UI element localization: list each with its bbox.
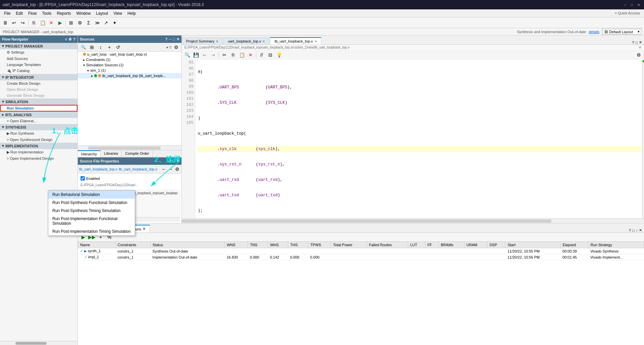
fn-icon1[interactable]: ≡ [65, 37, 67, 42]
ed-tab-close-tb[interactable]: ✕ [314, 40, 317, 43]
src-minimize[interactable]: ─ [169, 37, 172, 42]
nav-item-add-sources[interactable]: Add Sources [0, 56, 77, 62]
table-row[interactable]: ✓ impl_1 constrs_1 Implementation Out-of… [78, 254, 644, 260]
ed-tab-close-summary[interactable]: ✕ [216, 40, 218, 43]
menu-file[interactable]: File [1, 10, 13, 16]
minimize-button[interactable]: ─ [623, 2, 628, 7]
sfp-forward[interactable]: → [168, 165, 173, 173]
nav-item-create-block-design[interactable]: Create Block Design [0, 80, 77, 86]
src-help[interactable]: ? [165, 37, 168, 42]
editor-tab-tb-uart-top[interactable]: tb_uart_loopback_top.v ✕ [270, 37, 321, 45]
nav-item-run-simulation[interactable]: Run Simulation [0, 105, 77, 112]
sources-filter[interactable]: ⊞ [88, 43, 96, 51]
sfp-back[interactable]: ← [161, 165, 167, 173]
ed-cut[interactable]: ✂ [220, 51, 228, 59]
redo-button[interactable]: ↪ [19, 19, 27, 27]
ed-settings[interactable]: ⚙ [635, 51, 643, 59]
btm-help[interactable]: ? [629, 228, 631, 232]
sfp-close[interactable]: ✕ [176, 159, 179, 163]
ed-back[interactable]: ← [201, 51, 209, 59]
btm-undock[interactable]: □ [632, 228, 635, 232]
run-button[interactable]: ▶ [56, 19, 64, 27]
maximize-button[interactable]: □ [629, 2, 635, 7]
sim-menu-item-post-synth-func[interactable]: Run Post-Synthesis Functional Simulation [48, 199, 135, 207]
nav-item-run-synthesis[interactable]: ▶ Run Synthesis [0, 130, 77, 137]
table-row[interactable]: ✓ ▶ synth_1 constrs_1 Synthesis Out-of-d… [78, 248, 644, 254]
nav-item-generate-block-design[interactable]: Generate Block Design [0, 92, 77, 98]
ed-forward[interactable]: → [209, 51, 217, 59]
sources-tab-compile-order[interactable]: Compile Order [122, 150, 153, 157]
nav-item-ip-catalog[interactable]: 🔌 IP Catalog [0, 68, 77, 74]
nav-section-simulation[interactable]: ▾ SIMULATION [0, 98, 77, 105]
details-link[interactable]: details [589, 30, 599, 34]
sim-menu-item-behavioral[interactable]: Run Behavioral Simulation [48, 191, 135, 199]
sfp-enabled-checkbox[interactable] [80, 176, 85, 181]
menu-view[interactable]: View [111, 10, 125, 16]
sim-menu-item-post-impl-timing[interactable]: Run Post-Implementation Timing Simulatio… [48, 227, 135, 235]
editor-undock[interactable]: □ [635, 41, 638, 45]
nav-item-open-elaborated[interactable]: > Open Elaborat... [0, 118, 77, 124]
editor-tab-project-summary[interactable]: Project Summary ✕ [182, 38, 223, 45]
copy-button[interactable]: ⎘ [30, 19, 38, 27]
sources-add[interactable]: + [105, 43, 113, 51]
btm-close[interactable]: ✕ [639, 228, 642, 232]
nav-section-synthesis[interactable]: ▾ SYNTHESIS [0, 124, 77, 130]
menu-help[interactable]: Help [125, 10, 139, 16]
menu-flow[interactable]: Flow [25, 10, 39, 16]
undo-button[interactable]: ↩ [10, 19, 18, 27]
close-button[interactable]: ✕ [636, 2, 641, 7]
sources-sort[interactable]: ↕ [97, 43, 105, 51]
nav-section-ip-integrator[interactable]: ▾ IP INTEGRATOR [0, 74, 77, 80]
menu-tools[interactable]: Tools [39, 10, 54, 16]
nav-section-rtl-analysis[interactable]: ▸ RTL ANALYSIS [0, 112, 77, 118]
nav-item-open-block-design[interactable]: Open Block Design [0, 86, 77, 92]
sources-tab-hierarchy[interactable]: Hierarchy [78, 150, 101, 157]
nav-item-language-templates[interactable]: Language Templates [0, 62, 77, 68]
bottom-tab-design-runs-close[interactable]: ✕ [143, 227, 146, 231]
ed-tab-close-uart-top[interactable]: ✕ [262, 40, 265, 43]
menu-layout[interactable]: Layout [93, 10, 111, 16]
code-area[interactable]: 95 96 97 98 99 100 101 102 103 104 105 [182, 60, 644, 218]
ed-save[interactable]: 💾 [192, 51, 200, 59]
sources-item-constraints[interactable]: ▸ Constraints (1) [78, 57, 181, 62]
fn-icon3[interactable]: ? [73, 37, 75, 42]
sources-tab-libraries[interactable]: Libraries [101, 150, 122, 157]
paste-button[interactable]: 📋 [39, 19, 47, 27]
editor-help[interactable]: ? [632, 41, 634, 45]
editor-path-close[interactable]: ✕ [639, 46, 641, 49]
menu-edit[interactable]: Edit [13, 10, 25, 16]
ed-copy[interactable]: ⎘ [229, 51, 237, 59]
sum-button[interactable]: Σ [85, 19, 93, 27]
sim-menu-item-post-synth-timing[interactable]: Run Post-Synthesis Timing Simulation [48, 207, 135, 215]
editor-tab-uart-top[interactable]: uart_loopback_top.v ✕ [223, 38, 269, 45]
flow-btn1[interactable]: ≫ [93, 19, 101, 27]
nav-item-settings[interactable]: ⚙ Settings [0, 49, 77, 56]
settings-button[interactable]: ⚙ [76, 19, 84, 27]
nav-item-open-implemented[interactable]: > Open Implemented Design [0, 155, 77, 161]
menu-reports[interactable]: Reports [54, 10, 73, 16]
src-close[interactable]: ✕ [176, 37, 179, 42]
nav-item-open-synthesized[interactable]: > Open Synthesized Design [0, 137, 77, 143]
ed-paste[interactable]: 📋 [238, 51, 246, 59]
nav-section-implementation[interactable]: ▾ IMPLEMENTATION [0, 143, 77, 149]
sources-item-tb[interactable]: ▸ tb_uart_loopback_top (tb_uart_loopb... [78, 73, 181, 78]
ed-info[interactable]: 💡 [275, 51, 283, 59]
fn-icon2[interactable]: ⚙ [68, 37, 72, 42]
code-content[interactable]: #( .UART_BPS (UART_BPS), .SYS_CLK (SYS_C… [195, 60, 644, 218]
sfp-help[interactable]: ? [169, 159, 171, 163]
ed-search[interactable]: 🔍 [183, 51, 191, 59]
sim-menu-item-post-impl-func[interactable]: Run Post-Implementation Functional Simul… [48, 215, 135, 227]
ed-comment[interactable]: // [258, 51, 266, 59]
nav-section-project-manager[interactable]: ▾ PROJECT MANAGER [0, 43, 77, 49]
sources-search[interactable]: 🔍 [79, 43, 87, 51]
btm-maximize[interactable]: ↑ [636, 228, 638, 232]
src-maximize[interactable]: □ [173, 37, 175, 42]
sources-item-sim1[interactable]: ▾ sim_1 (1) [78, 68, 181, 73]
layout-dropdown[interactable]: ▤ Default Layout ▾ [602, 29, 641, 34]
sources-refresh[interactable]: ↺ [114, 43, 122, 51]
editor-close[interactable]: ✕ [639, 40, 642, 45]
sfp-settings[interactable]: ⚙ [175, 165, 180, 173]
sources-item-sim-sources[interactable]: ▾ Simulation Sources (1) [78, 62, 181, 68]
menu-window[interactable]: Window [73, 10, 93, 16]
sources-settings[interactable]: ⚙ [172, 43, 180, 51]
